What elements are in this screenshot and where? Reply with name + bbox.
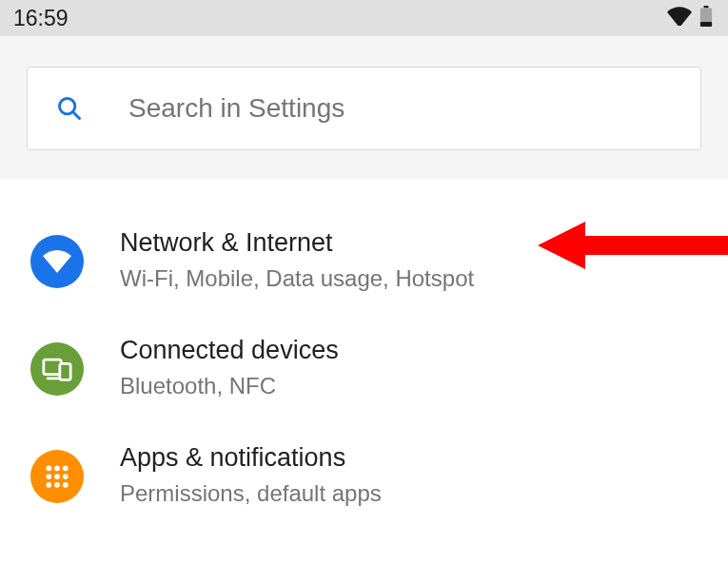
settings-item-network[interactable]: Network & Internet Wi-Fi, Mobile, Data u… xyxy=(0,207,728,315)
svg-point-14 xyxy=(46,482,51,488)
settings-item-connected-devices[interactable]: Connected devices Bluetooth, NFC xyxy=(0,315,728,422)
item-text: Connected devices Bluetooth, NFC xyxy=(120,334,699,403)
svg-rect-2 xyxy=(700,22,712,27)
svg-point-8 xyxy=(46,465,51,471)
svg-rect-0 xyxy=(704,6,709,8)
battery-icon xyxy=(699,6,713,30)
item-subtitle: Bluetooth, NFC xyxy=(120,369,699,403)
svg-point-10 xyxy=(63,465,69,471)
wifi-icon xyxy=(30,235,84,288)
devices-icon xyxy=(30,342,84,396)
status-icons xyxy=(667,6,713,30)
svg-point-15 xyxy=(54,482,60,488)
item-title: Apps & notifications xyxy=(120,441,699,475)
item-text: Apps & notifications Permissions, defaul… xyxy=(120,441,699,511)
item-text: Network & Internet Wi-Fi, Mobile, Data u… xyxy=(120,226,699,296)
svg-point-13 xyxy=(63,474,69,479)
item-title: Connected devices xyxy=(120,334,699,367)
svg-point-11 xyxy=(46,474,51,479)
svg-point-9 xyxy=(54,465,60,471)
item-subtitle: Wi-Fi, Mobile, Data usage, Hotspot xyxy=(120,262,699,296)
svg-line-4 xyxy=(73,112,80,119)
item-title: Network & Internet xyxy=(120,226,699,260)
search-icon xyxy=(56,94,83,123)
svg-point-16 xyxy=(63,482,69,488)
apps-grid-icon xyxy=(30,450,84,503)
svg-rect-6 xyxy=(60,363,70,379)
status-bar: 16:59 xyxy=(0,0,728,36)
settings-item-apps[interactable]: Apps & notifications Permissions, defaul… xyxy=(0,422,728,530)
search-box[interactable]: Search in Settings xyxy=(27,67,701,150)
item-subtitle: Permissions, default apps xyxy=(120,476,699,511)
status-time: 16:59 xyxy=(13,6,69,31)
wifi-status-icon xyxy=(667,7,692,29)
settings-list: Network & Internet Wi-Fi, Mobile, Data u… xyxy=(0,179,728,530)
svg-point-12 xyxy=(54,474,60,479)
search-placeholder: Search in Settings xyxy=(128,93,344,124)
search-section: Search in Settings xyxy=(0,36,728,179)
